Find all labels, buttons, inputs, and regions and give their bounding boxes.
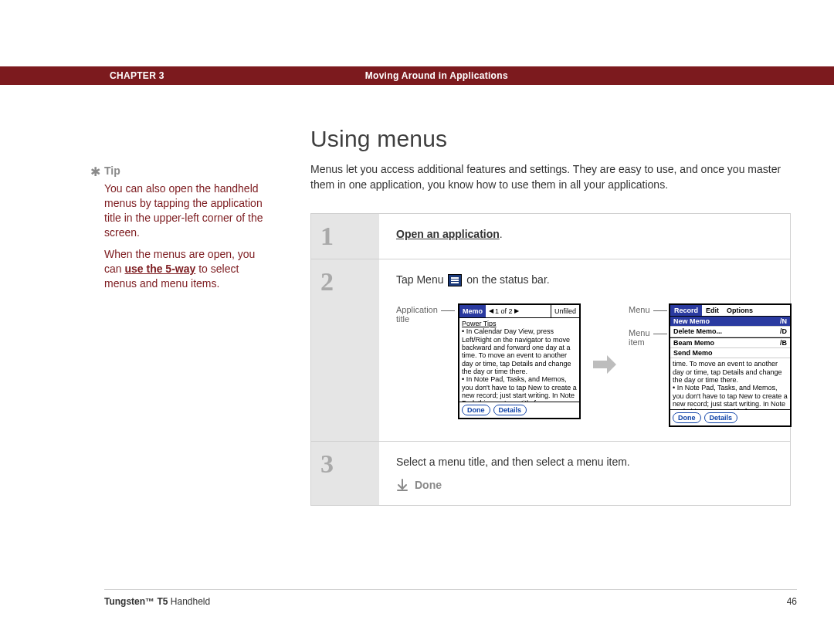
app-title: Memo bbox=[459, 305, 486, 317]
sidebar-tip: ✱ Tip You can also open the handheld men… bbox=[104, 164, 274, 299]
done-button[interactable]: Done bbox=[462, 405, 490, 415]
done-label: Done bbox=[415, 479, 442, 491]
figure-row: Application title Memo ◀ 1 of 2 ▶ bbox=[396, 303, 792, 427]
menu-shortcut: /B bbox=[780, 339, 787, 347]
step-number-cell: 3 bbox=[311, 442, 379, 505]
open-application-link[interactable]: Open an application bbox=[396, 228, 500, 240]
connector-line bbox=[653, 310, 667, 311]
step-text: Tap Menu bbox=[396, 273, 446, 286]
main-content: Using menus Menus let you access additio… bbox=[310, 126, 789, 506]
product-rest: Handheld bbox=[168, 596, 210, 607]
menu-tab-options[interactable]: Options bbox=[723, 305, 757, 316]
tip-label: Tip bbox=[104, 164, 120, 178]
step-body: Open an application. bbox=[379, 214, 790, 259]
button-row: Done Details bbox=[459, 402, 579, 418]
menu-item-text: Beam Memo bbox=[673, 339, 714, 347]
menu-tab-record[interactable]: Record bbox=[670, 305, 702, 316]
memo-text: • In Note Pad, Tasks, and Memos, you don… bbox=[462, 375, 577, 402]
figure-label-right: Menu Menu item bbox=[629, 303, 661, 361]
memo-body: Power Tips • In Calendar Day View, press… bbox=[459, 318, 579, 402]
button-row: Done Details bbox=[670, 409, 790, 425]
menu-item-text: Delete Memo... bbox=[673, 327, 722, 335]
memo-text: • In Calendar Day View, press Left/Right… bbox=[462, 327, 577, 375]
menu-tab-edit[interactable]: Edit bbox=[702, 305, 723, 316]
menu-bar: Record Edit Options bbox=[670, 305, 790, 317]
triangle-right-icon: ▶ bbox=[514, 307, 519, 314]
figure-label-left: Application title bbox=[396, 303, 450, 337]
menu-shortcut: /N bbox=[780, 317, 787, 325]
menu-item-text: Send Memo bbox=[673, 349, 713, 357]
memo-title: Power Tips bbox=[462, 320, 577, 327]
page-indicator: ◀ 1 of 2 ▶ bbox=[486, 307, 522, 315]
tip-body: You can also open the handheld menus by … bbox=[104, 181, 274, 291]
step-3: 3 Select a menu title, and then select a… bbox=[311, 442, 790, 505]
tip-para-2: When the menus are open, you can use the… bbox=[104, 247, 274, 291]
use-5-way-link[interactable]: use the 5-way bbox=[124, 263, 195, 275]
steps-box: 1 Open an application. 2 Tap Menu on the… bbox=[310, 213, 791, 507]
arrow-right-icon bbox=[592, 351, 618, 379]
done-button[interactable]: Done bbox=[673, 412, 701, 423]
menu-item-beam-memo[interactable]: Beam Memo /B bbox=[670, 337, 790, 348]
screenshot-a: Memo ◀ 1 of 2 ▶ Unfiled Power Tips • In … bbox=[458, 303, 581, 419]
menu-icon bbox=[448, 274, 462, 286]
menu-dropdown: New Memo /N Delete Memo... /D Beam Memo … bbox=[670, 317, 790, 358]
page-indicator-text: 1 of 2 bbox=[495, 307, 513, 315]
arrow-down-icon bbox=[396, 479, 409, 491]
step-text: . bbox=[500, 228, 503, 240]
product-bold: Tungsten™ T5 bbox=[104, 596, 168, 607]
memo-text: time. To move an event to another day or… bbox=[673, 360, 788, 409]
step-1: 1 Open an application. bbox=[311, 214, 790, 259]
menu-item-send-memo[interactable]: Send Memo bbox=[670, 348, 790, 358]
step-text: on the status bar. bbox=[466, 273, 549, 286]
menu-shortcut: /D bbox=[780, 327, 787, 335]
step-number-cell: 1 bbox=[311, 214, 379, 259]
menu-label: Menu bbox=[629, 305, 650, 314]
intro-paragraph: Menus let you access additional features… bbox=[310, 161, 789, 193]
connector-line bbox=[441, 310, 455, 311]
done-row: Done bbox=[396, 479, 776, 491]
footer: Tungsten™ T5 Handheld 46 bbox=[104, 589, 797, 607]
asterisk-icon: ✱ bbox=[90, 164, 100, 181]
category-label: Unfiled bbox=[551, 305, 579, 317]
step-number: 2 bbox=[320, 267, 334, 296]
title-row: Memo ◀ 1 of 2 ▶ Unfiled bbox=[459, 305, 579, 318]
header-bar: CHAPTER 3 Moving Around in Applications bbox=[0, 66, 834, 85]
step-body: Tap Menu on the status bar. Application … bbox=[379, 259, 805, 442]
menu-item-delete-memo[interactable]: Delete Memo... /D bbox=[670, 327, 790, 337]
page-number: 46 bbox=[787, 596, 797, 607]
page-title: Using menus bbox=[310, 126, 789, 152]
tip-heading: Tip bbox=[104, 164, 274, 178]
connector-line bbox=[653, 334, 667, 334]
step-text-line: Tap Menu on the status bar. bbox=[396, 273, 792, 286]
details-button[interactable]: Details bbox=[704, 412, 738, 423]
chapter-label: CHAPTER 3 bbox=[110, 70, 164, 81]
step-number: 3 bbox=[320, 449, 334, 478]
tip-para-1: You can also open the handheld menus by … bbox=[104, 181, 274, 240]
menu-item-label: Menu item bbox=[629, 328, 650, 347]
screenshot-b: Record Edit Options New Memo /N Delete M… bbox=[669, 303, 792, 427]
step-text: Select a menu title, and then select a m… bbox=[396, 456, 776, 468]
step-body: Select a menu title, and then select a m… bbox=[379, 442, 790, 505]
section-label: Moving Around in Applications bbox=[365, 70, 508, 81]
menu-item-text: New Memo bbox=[673, 317, 710, 325]
details-button[interactable]: Details bbox=[493, 405, 527, 415]
step-2: 2 Tap Menu on the status bar. Applicatio… bbox=[311, 259, 790, 442]
menu-item-new-memo[interactable]: New Memo /N bbox=[670, 317, 790, 327]
application-title-label: Application title bbox=[396, 305, 438, 324]
triangle-left-icon: ◀ bbox=[489, 307, 493, 314]
step-number: 1 bbox=[320, 222, 334, 250]
product-name: Tungsten™ T5 Handheld bbox=[104, 596, 210, 607]
step-number-cell: 2 bbox=[311, 259, 379, 442]
memo-body: time. To move an event to another day or… bbox=[670, 358, 790, 409]
